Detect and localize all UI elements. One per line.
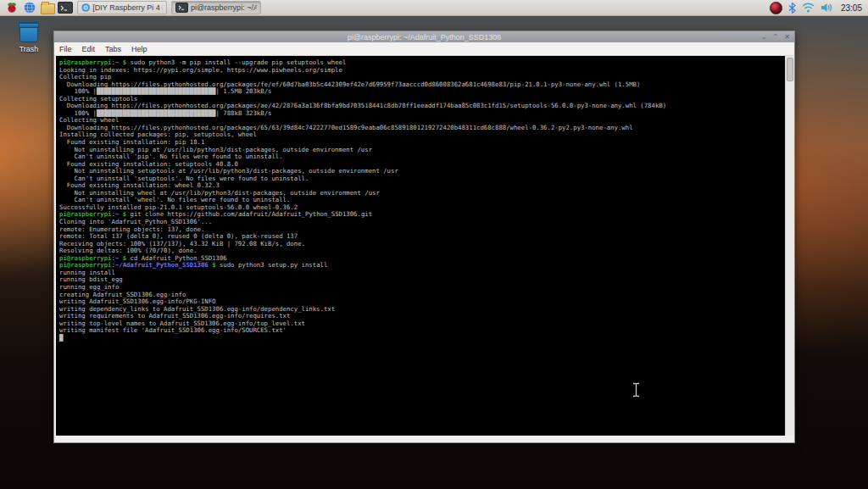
menu-help[interactable]: Help (126, 44, 153, 54)
terminal-output[interactable]: pi@raspberrypi:~ $ sudo python3 -m pip i… (56, 56, 785, 436)
globe-icon (24, 2, 36, 14)
minimize-icon[interactable]: ⌄ (761, 31, 767, 42)
taskbar: [DIY Raspberry Pi 4 D... pi@raspberrypi:… (0, 0, 868, 16)
terminal-line: running bdist_egg (59, 276, 785, 284)
menu-tabs[interactable]: Tabs (100, 44, 126, 54)
raspberry-icon (6, 2, 18, 14)
maximize-icon[interactable]: ⌃ (773, 31, 779, 42)
terminal-launcher-button[interactable] (58, 1, 73, 14)
terminal-line: 100% |████████████████████████████████| … (59, 110, 785, 118)
terminal-line: running install (59, 270, 785, 277)
folder-icon (41, 3, 55, 14)
task-label: [DIY Raspberry Pi 4 D... (92, 3, 163, 12)
taskbar-task-browser[interactable]: [DIY Raspberry Pi 4 D... (77, 1, 167, 14)
terminal-icon (58, 2, 73, 14)
window-bottom-border (54, 436, 794, 442)
terminal-icon (175, 3, 188, 13)
terminal-line: █ (59, 335, 785, 342)
menu-edit[interactable]: Edit (77, 44, 101, 54)
trash-icon (19, 22, 38, 42)
terminal-content-row: pi@raspberrypi:~ $ sudo python3 -m pip i… (54, 56, 794, 436)
window-titlebar[interactable]: pi@raspberrypi: ~/Adafruit_Python_SSD130… (54, 31, 794, 42)
menu-file[interactable]: File (54, 44, 77, 54)
web-browser-button[interactable] (22, 1, 37, 14)
mouse-ibeam-cursor (632, 382, 641, 397)
terminal-line: pi@raspberrypi:~/Adafruit_Python_SSD1306… (59, 262, 785, 270)
taskbar-task-terminal[interactable]: pi@raspberrypi: ~/Ad... (171, 1, 261, 14)
file-manager-button[interactable] (40, 1, 55, 14)
close-icon[interactable]: ✕ (784, 31, 790, 42)
volume-icon[interactable] (821, 3, 832, 13)
task-label: pi@raspberrypi: ~/Ad... (191, 3, 257, 12)
terminal-window: pi@raspberrypi: ~/Adafruit_Python_SSD130… (53, 31, 795, 443)
wifi-icon[interactable] (802, 3, 815, 13)
terminal-line: 100% |████████████████████████████████| … (59, 88, 785, 96)
raspberry-menu-button[interactable] (4, 1, 19, 14)
terminal-scrollbar[interactable] (785, 56, 794, 436)
terminal-menubar: File Edit Tabs Help (54, 42, 794, 56)
terminal-line: Looking in indexes: https://pypi.org/sim… (59, 67, 785, 75)
vnc-status-icon[interactable] (770, 2, 782, 14)
clock[interactable]: 23:05 (838, 3, 864, 13)
window-title: pi@raspberrypi: ~/Adafruit_Python_SSD130… (348, 33, 502, 42)
terminal-line: writing manifest file 'Adafruit_SSD1306.… (59, 327, 785, 335)
system-tray: 23:05 (770, 2, 864, 14)
trash-label: Trash (12, 45, 46, 53)
window-controls: ⌄ ⌃ ✕ (761, 31, 790, 42)
bluetooth-icon[interactable] (788, 3, 796, 14)
chromium-icon (81, 3, 90, 13)
scrollbar-thumb[interactable] (787, 58, 793, 81)
trash-desktop-icon[interactable]: Trash (12, 22, 46, 53)
